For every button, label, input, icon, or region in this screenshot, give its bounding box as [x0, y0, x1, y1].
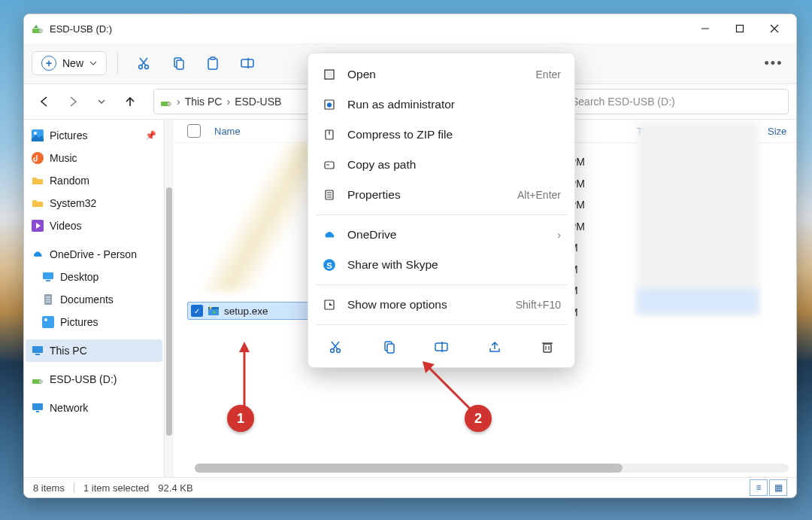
- recent-locations-button[interactable]: [89, 89, 114, 114]
- sidebar-item-desktop[interactable]: Desktop: [26, 266, 162, 288]
- back-button[interactable]: [32, 89, 57, 114]
- sidebar-item-pictures2[interactable]: Pictures: [26, 311, 162, 333]
- quick-share-button[interactable]: [481, 334, 508, 360]
- minimize-button[interactable]: [688, 17, 723, 41]
- network-icon: [32, 402, 44, 414]
- forward-button[interactable]: [60, 89, 86, 114]
- column-size[interactable]: Size: [768, 126, 786, 137]
- file-name: setup.exe: [224, 306, 268, 317]
- sidebar-item-music[interactable]: Music: [26, 147, 162, 169]
- svg-rect-23: [43, 272, 53, 279]
- maximize-button[interactable]: [723, 17, 757, 41]
- this-pc-icon: [32, 345, 44, 357]
- copy-button[interactable]: [163, 48, 193, 78]
- svg-rect-34: [39, 380, 43, 383]
- menu-label: Run as administrator: [347, 98, 561, 111]
- status-item-count: 8 items: [33, 482, 65, 494]
- svg-rect-41: [326, 71, 332, 78]
- videos-icon: [32, 220, 44, 232]
- more-toolbar-button[interactable]: •••: [759, 48, 789, 78]
- svg-rect-13: [211, 57, 215, 59]
- exe-icon: [208, 305, 220, 317]
- sidebar-item-esd-usb[interactable]: ESD-USB (D:): [26, 368, 162, 391]
- svg-rect-36: [36, 411, 39, 412]
- sidebar-item-this-pc[interactable]: This PC: [26, 339, 162, 362]
- svg-point-19: [34, 132, 37, 135]
- sidebar-item-pictures[interactable]: Pictures 📌: [26, 124, 162, 147]
- file-row-setup-exe[interactable]: ✓ setup.exe: [187, 302, 323, 320]
- search-input[interactable]: Search ESD-USB (D:): [565, 89, 789, 114]
- menu-skype[interactable]: S Share with Skype: [308, 250, 574, 280]
- menu-quick-actions: [308, 330, 574, 361]
- svg-rect-3: [737, 26, 744, 32]
- cut-button[interactable]: [129, 48, 159, 78]
- menu-open[interactable]: Open Enter: [308, 59, 574, 90]
- drive-usb-icon: [32, 23, 44, 35]
- rename-button[interactable]: [232, 48, 262, 78]
- folder-icon: [32, 197, 44, 209]
- svg-point-20: [32, 152, 44, 164]
- menu-run-admin[interactable]: Run as administrator: [308, 90, 574, 120]
- close-button[interactable]: [757, 17, 792, 41]
- sidebar-item-label: This PC: [50, 345, 87, 357]
- sidebar-scrollbar[interactable]: [165, 120, 174, 477]
- pin-icon: 📌: [145, 130, 156, 141]
- sidebar-item-documents[interactable]: Documents: [26, 288, 162, 311]
- breadcrumb-this-pc[interactable]: This PC: [185, 96, 223, 108]
- svg-marker-66: [239, 342, 250, 352]
- horizontal-scrollbar[interactable]: [195, 464, 789, 473]
- annotation-badge-1: 1: [227, 405, 254, 432]
- plus-icon: +: [41, 56, 56, 71]
- menu-onedrive[interactable]: OneDrive ›: [308, 220, 574, 250]
- breadcrumb-drive[interactable]: ESD-USB: [235, 96, 281, 108]
- more-icon: [322, 299, 337, 311]
- quick-delete-button[interactable]: [534, 334, 561, 360]
- sidebar-item-label: Music: [50, 152, 77, 164]
- chevron-right-icon: ›: [177, 96, 180, 108]
- annotation-badge-2: 2: [465, 405, 492, 432]
- menu-properties[interactable]: Properties Alt+Enter: [308, 180, 574, 210]
- sidebar-item-onedrive[interactable]: OneDrive - Person: [26, 243, 162, 266]
- sidebar-item-label: Random: [50, 175, 89, 187]
- menu-show-more[interactable]: Show more options Shift+F10: [308, 290, 574, 320]
- sidebar-item-label: Pictures: [60, 316, 98, 328]
- svg-rect-35: [32, 403, 43, 410]
- sidebar-item-label: Videos: [50, 220, 82, 232]
- details-view-button[interactable]: ≡: [750, 479, 768, 496]
- svg-rect-61: [544, 344, 551, 352]
- status-bar: 8 items 1 item selected 92.4 KB ≡ ▦: [24, 477, 796, 497]
- menu-label: OneDrive: [347, 228, 547, 242]
- menu-compress-zip[interactable]: Compress to ZIP file: [308, 120, 574, 150]
- sidebar-item-label: System32: [50, 197, 96, 209]
- sidebar-item-system32[interactable]: System32: [26, 192, 162, 214]
- sidebar-item-videos[interactable]: Videos: [26, 214, 162, 237]
- chevron-down-icon: [89, 59, 97, 67]
- sidebar-item-label: Pictures: [50, 129, 88, 141]
- quick-copy-button[interactable]: [375, 334, 402, 360]
- sidebar-item-label: ESD-USB (D:): [50, 373, 117, 385]
- file-checkbox[interactable]: ✓: [191, 305, 203, 317]
- menu-accelerator: Enter: [536, 68, 561, 81]
- svg-rect-31: [32, 346, 43, 353]
- new-button[interactable]: + New: [32, 51, 107, 75]
- sidebar-item-network[interactable]: Network: [26, 397, 162, 419]
- icons-view-button[interactable]: ▦: [769, 479, 787, 496]
- menu-label: Share with Skype: [347, 258, 561, 272]
- quick-rename-button[interactable]: [428, 334, 455, 360]
- paste-button[interactable]: [198, 48, 228, 78]
- sidebar-item-random[interactable]: Random: [26, 169, 162, 192]
- up-button[interactable]: [117, 89, 143, 114]
- svg-rect-17: [168, 102, 171, 105]
- menu-label: Properties: [347, 188, 507, 202]
- svg-rect-29: [42, 316, 54, 328]
- menu-label: Show more options: [347, 298, 505, 312]
- onedrive-icon: [32, 248, 44, 260]
- menu-copy-path[interactable]: Copy as path: [308, 150, 574, 180]
- quick-cut-button[interactable]: [322, 334, 349, 360]
- sidebar-item-label: Documents: [60, 293, 114, 306]
- folder-icon: [32, 175, 44, 187]
- music-icon: [32, 152, 44, 164]
- select-all-checkbox[interactable]: [187, 124, 201, 138]
- svg-line-67: [429, 367, 474, 412]
- chevron-right-icon: ›: [226, 96, 230, 108]
